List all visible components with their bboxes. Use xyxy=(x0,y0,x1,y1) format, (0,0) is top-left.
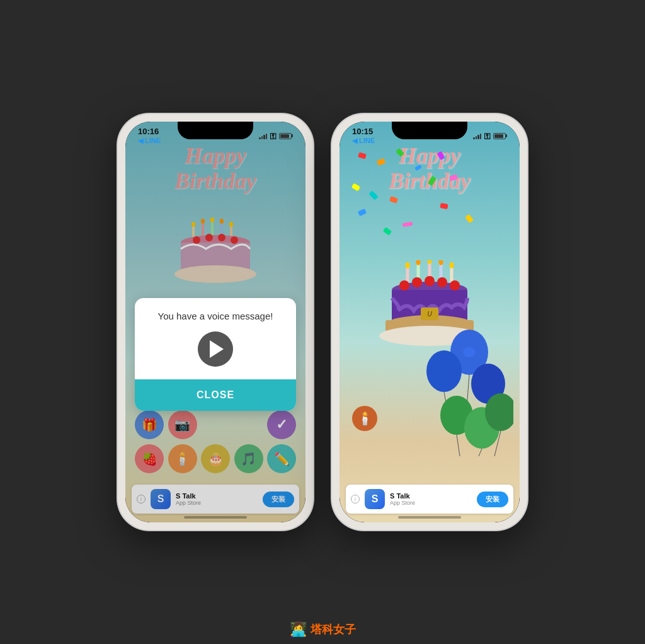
signal-bars-2-icon xyxy=(473,133,481,139)
svg-point-36 xyxy=(450,280,460,290)
phone1-dialog-wrapper: You have a voice message! CLOSE xyxy=(125,122,305,522)
ad2-icon-letter: S xyxy=(372,493,379,505)
voice-message-text: You have a voice message! xyxy=(147,311,283,321)
voice-message-dialog: You have a voice message! CLOSE xyxy=(135,298,296,411)
phone1-home-bar xyxy=(184,516,247,519)
phone2-screen: 10:15 ◀ LINE ⚿ xyxy=(340,122,520,522)
confetti-15 xyxy=(383,227,392,235)
voice-dialog-content: You have a voice message! xyxy=(135,298,296,379)
ad2-title: S Talk xyxy=(390,492,472,500)
phone1-time: 10:16 xyxy=(138,127,161,136)
ad2-info-icon[interactable]: i xyxy=(351,495,360,503)
svg-line-49 xyxy=(479,449,482,456)
page-footer: 👩‍💻 塔科女子 xyxy=(290,621,356,638)
phone2-home-bar xyxy=(398,516,461,519)
phone1-background: 10:16 ◀ LINE ⚿ xyxy=(125,122,305,522)
close-button[interactable]: CLOSE xyxy=(135,379,296,411)
ad2-info-block: S Talk App Store xyxy=(390,492,472,506)
candle-flame-icon: 🕯️ xyxy=(357,411,373,426)
phone2-happy-birthday: Happy Birthday xyxy=(340,144,520,193)
phone-2: 10:15 ◀ LINE ⚿ xyxy=(332,114,527,530)
signal-bars-icon xyxy=(259,133,267,139)
svg-point-42 xyxy=(426,350,462,392)
phone2-notch xyxy=(392,122,467,139)
wifi-icon: ⚿ xyxy=(270,132,277,140)
svg-point-34 xyxy=(425,276,435,286)
ad2-app-icon: S xyxy=(365,489,385,509)
battery-icon xyxy=(279,133,293,139)
svg-line-47 xyxy=(457,435,460,456)
balloons-container xyxy=(419,321,513,459)
svg-point-22 xyxy=(406,262,410,268)
svg-point-35 xyxy=(437,277,447,287)
phone2-ad-banner: i S S Talk App Store 安装 xyxy=(346,485,513,514)
phone1-back-link[interactable]: ◀ LINE xyxy=(138,137,161,145)
footer-text: 塔科女子 xyxy=(311,622,356,637)
confetti-14 xyxy=(402,222,413,227)
confetti-13 xyxy=(465,214,474,223)
phone1-screen: 10:16 ◀ LINE ⚿ xyxy=(125,122,305,522)
confetti-9 xyxy=(389,196,398,204)
footer-emoji: 👩‍💻 xyxy=(290,621,307,638)
svg-point-32 xyxy=(399,280,409,290)
play-icon xyxy=(210,340,224,358)
install-button-2[interactable]: 安装 xyxy=(477,492,508,507)
svg-text:U: U xyxy=(427,311,432,318)
phone1-notch xyxy=(178,122,253,139)
phone2-back-link[interactable]: ◀ LINE xyxy=(352,137,375,145)
phone2-status-icons: ⚿ xyxy=(473,132,507,140)
phone2-time: 10:15 xyxy=(352,127,375,136)
svg-point-33 xyxy=(412,277,422,287)
phone-1: 10:16 ◀ LINE ⚿ xyxy=(118,114,313,530)
confetti-12 xyxy=(358,209,367,216)
wifi-2-icon: ⚿ xyxy=(484,132,491,140)
play-button[interactable] xyxy=(198,331,233,367)
phone2-background: 10:15 ◀ LINE ⚿ xyxy=(340,122,520,522)
svg-point-40 xyxy=(463,347,476,357)
battery-2-icon xyxy=(493,133,507,139)
confetti-11 xyxy=(440,203,448,209)
svg-point-26 xyxy=(450,262,454,268)
phone2-candle-icon: 🕯️ xyxy=(352,406,377,431)
phone1-status-icons: ⚿ xyxy=(259,132,293,140)
page-wrapper: 10:16 ◀ LINE ⚿ xyxy=(0,0,645,644)
ad2-subtitle: App Store xyxy=(390,500,472,506)
